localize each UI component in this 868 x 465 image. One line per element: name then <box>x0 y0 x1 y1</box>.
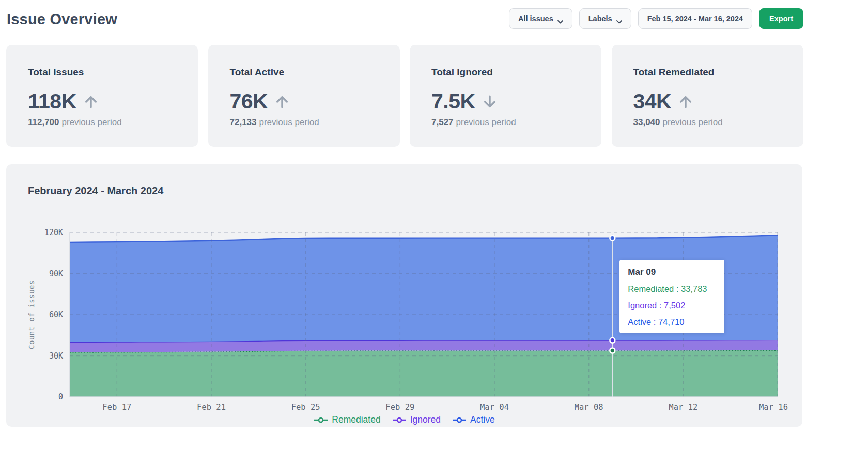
area-remediated <box>70 350 778 397</box>
header-controls: All issues Labels Feb 15, 2024 - Mar 16,… <box>509 8 803 29</box>
stat-previous-value: 72,133 <box>230 117 257 127</box>
x-tick-label: Mar 08 <box>575 402 603 412</box>
x-tick-label: Feb 25 <box>291 402 320 412</box>
all-issues-dropdown-label: All issues <box>518 14 553 23</box>
chart-legend: Remediated Ignored Active <box>6 414 802 425</box>
legend-label: Ignored <box>410 414 441 425</box>
hover-marker-active <box>610 236 615 241</box>
y-axis-title: Count of issues <box>27 280 36 349</box>
stat-card-total-active: Total Active 76K 72,133previous period <box>208 45 400 147</box>
stat-previous-value: 7,527 <box>431 117 454 127</box>
chevron-down-icon <box>557 17 563 21</box>
hover-marker-ignored <box>610 338 615 343</box>
chart-title: February 2024 - March 2024 <box>28 185 163 197</box>
legend-item-remediated[interactable]: Remediated <box>314 414 380 425</box>
trend-up-icon <box>677 94 694 110</box>
y-tick-label: 0 <box>58 392 63 401</box>
tooltip-row-active: Active : 74,710 <box>628 317 716 327</box>
stat-label: Total Active <box>230 67 400 78</box>
header: Issue Overview All issues Labels Feb 15,… <box>7 7 861 31</box>
x-tick-label: Feb 21 <box>197 402 226 412</box>
legend-marker-icon <box>392 416 407 424</box>
date-range-picker[interactable]: Feb 15, 2024 - Mar 16, 2024 <box>638 8 752 29</box>
y-tick-label: 30K <box>49 351 63 361</box>
stat-cards-row: Total Issues 118K 112,700previous period… <box>6 45 803 147</box>
export-button-label: Export <box>769 14 793 23</box>
stat-label: Total Issues <box>28 67 198 78</box>
stat-previous: 112,700previous period <box>28 117 198 128</box>
export-button[interactable]: Export <box>759 8 803 29</box>
chart-tooltip: Mar 09 Remediated : 33,783 Ignored : 7,5… <box>619 260 724 333</box>
stat-previous-value: 33,040 <box>633 117 660 127</box>
stat-previous-label: previous period <box>456 117 516 127</box>
x-tick-label: Mar 12 <box>669 402 698 412</box>
stat-previous: 33,040previous period <box>633 117 803 128</box>
date-range-label: Feb 15, 2024 - Mar 16, 2024 <box>647 14 743 23</box>
x-tick-label: Mar 04 <box>480 402 509 412</box>
trend-down-icon <box>482 94 498 110</box>
legend-item-active[interactable]: Active <box>452 414 495 425</box>
stat-card-total-remediated: Total Remediated 34K 33,040previous peri… <box>612 45 803 147</box>
stat-label: Total Ignored <box>431 67 601 78</box>
chevron-down-icon <box>616 17 622 21</box>
y-tick-label: 60K <box>49 310 63 319</box>
tooltip-row-ignored: Ignored : 7,502 <box>628 301 716 311</box>
stat-card-total-ignored: Total Ignored 7.5K 7,527previous period <box>410 45 601 147</box>
legend-marker-icon <box>452 416 467 424</box>
stat-previous: 7,527previous period <box>431 117 601 128</box>
stat-previous-label: previous period <box>663 117 723 127</box>
legend-label: Remediated <box>332 414 380 425</box>
issues-chart-card: February 2024 - March 2024 030K60K90K120… <box>6 164 802 427</box>
x-tick-label: Feb 17 <box>102 402 131 412</box>
y-tick-label: 90K <box>49 269 63 278</box>
stat-value: 76K <box>230 89 268 114</box>
hover-marker-remediated <box>610 348 615 353</box>
stat-card-total-issues: Total Issues 118K 112,700previous period <box>6 45 198 147</box>
tooltip-row-remediated: Remediated : 33,783 <box>628 284 716 294</box>
all-issues-dropdown[interactable]: All issues <box>509 8 572 29</box>
labels-dropdown[interactable]: Labels <box>579 8 631 29</box>
legend-item-ignored[interactable]: Ignored <box>392 414 441 425</box>
stat-value: 34K <box>633 89 672 114</box>
stat-previous: 72,133previous period <box>230 117 400 128</box>
stat-value: 118K <box>28 89 76 114</box>
legend-label: Active <box>470 414 495 425</box>
stat-previous-label: previous period <box>259 117 319 127</box>
trend-up-icon <box>274 94 290 110</box>
tooltip-date: Mar 09 <box>628 267 716 277</box>
stat-previous-label: previous period <box>62 117 122 127</box>
x-tick-label: Feb 29 <box>385 402 414 412</box>
labels-dropdown-label: Labels <box>588 14 612 23</box>
y-tick-label: 120K <box>44 228 63 237</box>
trend-up-icon <box>83 94 99 110</box>
stat-value: 7.5K <box>431 89 475 114</box>
x-tick-label: Mar 16 <box>759 402 788 412</box>
stat-previous-value: 112,700 <box>28 117 59 127</box>
chart-area[interactable]: 030K60K90K120KFeb 17Feb 21Feb 25Feb 29Ma… <box>21 207 796 413</box>
stat-label: Total Remediated <box>633 67 803 78</box>
legend-marker-icon <box>314 416 328 424</box>
